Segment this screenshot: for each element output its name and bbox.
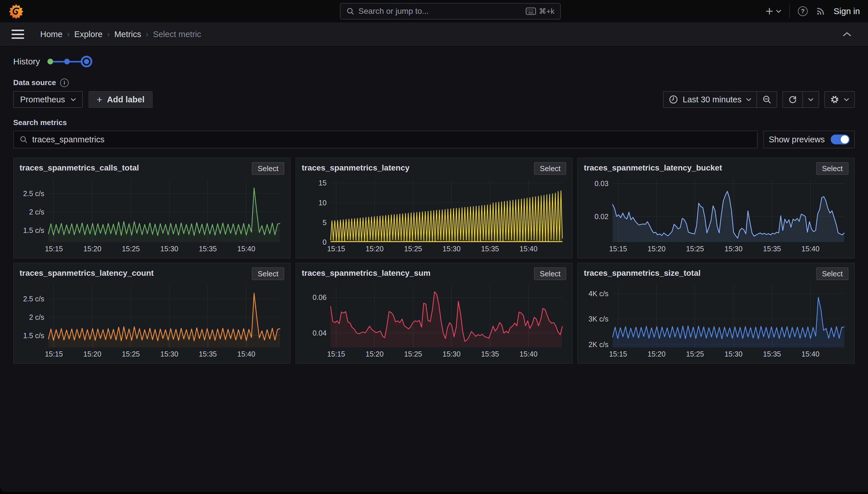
help-icon[interactable]: ?	[798, 6, 808, 16]
history-connector	[53, 61, 64, 62]
svg-text:10: 10	[318, 199, 327, 207]
breadcrumb-separator: ›	[107, 30, 110, 39]
settings-group	[824, 91, 855, 108]
show-previews-toggle[interactable]	[831, 135, 850, 144]
breadcrumb-explore[interactable]: Explore	[74, 30, 102, 39]
timeseries-chart: 15:1515:2015:2515:3015:3515:402.5 c/s2 c…	[20, 282, 284, 359]
svg-text:15:15: 15:15	[327, 350, 345, 358]
sign-in-button[interactable]: Sign in	[833, 6, 860, 16]
chevron-down-icon	[71, 98, 76, 101]
grafana-logo[interactable]	[9, 4, 23, 19]
metric-panel: traces_spanmetrics_calls_total Select 15…	[13, 157, 291, 259]
menu-icon[interactable]	[12, 30, 24, 39]
shortcut-text: ⌘+k	[539, 7, 554, 16]
shortcut-hint: ⌘+k	[526, 7, 554, 16]
keyboard-icon	[526, 7, 536, 15]
show-previews-control: Show previews	[763, 131, 855, 148]
breadcrumb-separator: ›	[67, 30, 70, 39]
metric-panel: traces_spanmetrics_size_total Select 15:…	[577, 263, 855, 364]
global-search-placeholder: Search or jump to...	[358, 6, 526, 16]
history-current-step[interactable]	[81, 56, 92, 67]
breadcrumb-metrics[interactable]: Metrics	[114, 30, 141, 39]
svg-text:15:40: 15:40	[237, 350, 256, 358]
timeseries-chart: 15:1515:2015:2515:3015:3515:404K c/s3K c…	[584, 282, 848, 359]
add-label-button[interactable]: + Add label	[88, 91, 152, 108]
svg-text:15:20: 15:20	[366, 245, 384, 253]
refresh-button[interactable]	[783, 92, 803, 107]
svg-text:1.5 c/s: 1.5 c/s	[23, 331, 44, 340]
panel-title: traces_spanmetrics_calls_total	[20, 162, 139, 172]
datasource-section-label: Data source i	[13, 78, 855, 87]
svg-text:15:25: 15:25	[122, 350, 140, 358]
breadcrumb-separator: ›	[146, 30, 148, 39]
svg-text:2 c/s: 2 c/s	[29, 208, 44, 216]
info-icon[interactable]: i	[60, 78, 69, 87]
svg-text:15:25: 15:25	[122, 245, 140, 253]
select-metric-button[interactable]: Select	[816, 162, 848, 175]
time-range-button[interactable]: Last 30 minutes	[664, 92, 756, 107]
breadcrumb: Home › Explore › Metrics › Select metric	[40, 30, 201, 39]
svg-text:15:25: 15:25	[686, 350, 704, 358]
svg-text:15:35: 15:35	[481, 245, 499, 253]
svg-text:15:30: 15:30	[725, 245, 743, 253]
history-step-dot[interactable]	[64, 59, 70, 64]
svg-text:15:30: 15:30	[725, 350, 743, 358]
history-connector	[70, 61, 81, 62]
svg-text:2 c/s: 2 c/s	[29, 313, 44, 321]
add-label-text: Add label	[107, 95, 144, 104]
svg-text:2.5 c/s: 2.5 c/s	[23, 295, 44, 303]
chevron-down-icon	[808, 98, 813, 101]
rss-news-icon[interactable]	[816, 6, 826, 16]
svg-text:15:20: 15:20	[366, 350, 384, 358]
datasource-picker[interactable]: Prometheus	[13, 91, 83, 108]
settings-button[interactable]	[825, 92, 854, 107]
select-metric-button[interactable]: Select	[252, 267, 284, 280]
history-timeline[interactable]	[47, 56, 92, 67]
select-metric-button[interactable]: Select	[534, 267, 566, 280]
chevron-up-icon[interactable]	[843, 32, 851, 37]
svg-text:15:20: 15:20	[83, 350, 101, 358]
metric-panels-grid: traces_spanmetrics_calls_total Select 15…	[13, 157, 855, 364]
panel-title: traces_spanmetrics_latency_sum	[302, 267, 431, 278]
svg-text:15:35: 15:35	[763, 350, 781, 358]
datasource-label: Data source	[13, 78, 56, 87]
svg-text:4K c/s: 4K c/s	[589, 289, 609, 298]
svg-text:0.03: 0.03	[595, 179, 609, 188]
select-metric-button[interactable]: Select	[816, 267, 848, 280]
svg-text:15:35: 15:35	[199, 350, 217, 358]
history-label: History	[13, 57, 40, 66]
svg-text:0: 0	[322, 238, 327, 246]
select-metric-button[interactable]: Select	[252, 162, 284, 175]
new-menu-button[interactable]	[765, 7, 781, 16]
svg-text:5: 5	[322, 218, 327, 227]
time-range-value: Last 30 minutes	[683, 95, 742, 104]
plus-icon	[765, 7, 774, 16]
search-metrics-input[interactable]: traces_spanmetrics	[13, 131, 757, 148]
refresh-interval-dropdown[interactable]	[803, 92, 818, 107]
breadcrumb-bar: Home › Explore › Metrics › Select metric	[0, 22, 868, 46]
global-search-box[interactable]: Search or jump to... ⌘+k	[340, 3, 561, 20]
search-icon	[346, 7, 354, 15]
refresh-group	[782, 91, 819, 108]
datasource-value: Prometheus	[20, 95, 65, 104]
svg-text:15: 15	[318, 179, 327, 187]
history-step-start-dot[interactable]	[47, 59, 53, 64]
top-bar: Search or jump to... ⌘+k ?	[0, 0, 868, 22]
svg-text:15:20: 15:20	[83, 245, 101, 253]
search-row: traces_spanmetrics Show previews	[13, 131, 855, 148]
controls-row: Prometheus + Add label Last 30 minutes	[13, 91, 855, 108]
zoom-out-button[interactable]	[757, 92, 776, 107]
svg-text:15:40: 15:40	[519, 245, 537, 253]
svg-text:15:25: 15:25	[686, 245, 704, 253]
svg-text:15:30: 15:30	[442, 245, 460, 253]
svg-text:15:35: 15:35	[481, 350, 499, 358]
breadcrumb-select-metric: Select metric	[153, 30, 201, 39]
svg-text:15:15: 15:15	[45, 245, 63, 253]
main-content: History Data source i Prometheus + Add l…	[0, 46, 868, 492]
breadcrumb-home[interactable]: Home	[40, 30, 62, 39]
history-row: History	[13, 46, 855, 67]
svg-text:15:15: 15:15	[609, 245, 627, 253]
search-metrics-value: traces_spanmetrics	[32, 135, 104, 144]
select-metric-button[interactable]: Select	[534, 162, 566, 175]
chevron-down-icon	[746, 98, 751, 101]
